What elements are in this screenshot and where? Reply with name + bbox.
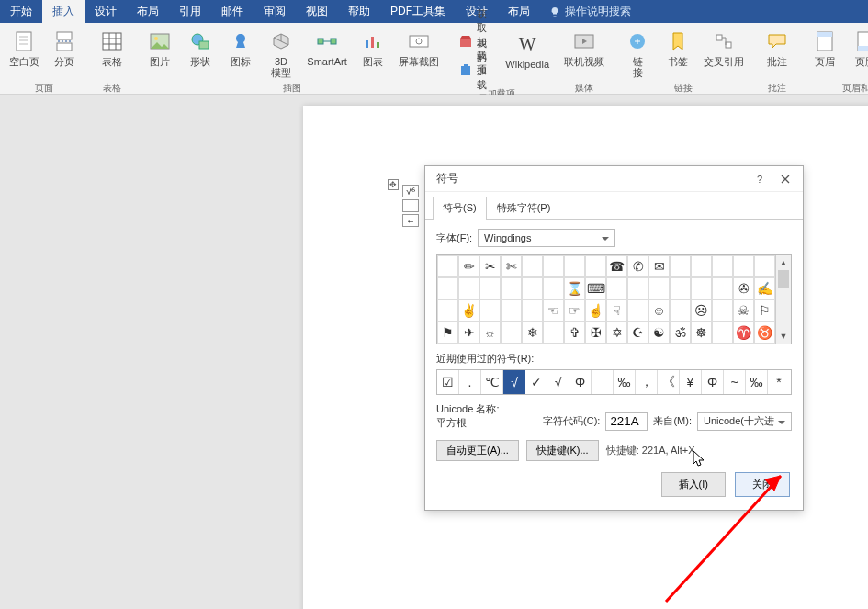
- symbol-cell[interactable]: ☟: [606, 299, 627, 321]
- recent-symbol-cell[interactable]: [592, 370, 614, 394]
- symbol-cell[interactable]: [691, 255, 712, 277]
- symbol-cell[interactable]: [733, 255, 754, 277]
- symbol-cell[interactable]: [437, 277, 458, 299]
- shortcut-key-button[interactable]: 快捷键(K)...: [526, 440, 599, 461]
- symbol-cell[interactable]: [479, 299, 501, 321]
- recent-symbol-cell[interactable]: ℃: [481, 370, 503, 394]
- symbol-cell[interactable]: [437, 255, 458, 277]
- table-cell[interactable]: √⁶: [402, 185, 419, 197]
- symbol-cell[interactable]: [458, 277, 479, 299]
- symbol-cell[interactable]: [543, 255, 564, 277]
- symbol-cell[interactable]: [712, 255, 733, 277]
- font-select[interactable]: Wingdings: [478, 229, 615, 247]
- symbol-cell[interactable]: [670, 255, 691, 277]
- symbol-cell[interactable]: ⚐: [754, 299, 775, 321]
- document-table[interactable]: √⁶ ←: [400, 183, 421, 229]
- symbol-cell[interactable]: ☞: [564, 299, 585, 321]
- symbol-cell[interactable]: [543, 277, 564, 299]
- table-button[interactable]: 表格: [94, 27, 130, 80]
- tab-table-layout[interactable]: 布局: [498, 0, 540, 23]
- scroll-thumb[interactable]: [778, 270, 789, 288]
- symbol-cell[interactable]: [712, 299, 733, 321]
- symbol-cell[interactable]: ☯: [648, 321, 670, 344]
- symbol-cell[interactable]: [691, 277, 712, 299]
- recent-symbol-cell[interactable]: ✓: [525, 370, 547, 394]
- tab-help[interactable]: 帮助: [338, 0, 380, 23]
- symbol-cell[interactable]: [627, 277, 648, 299]
- crossref-button[interactable]: 交叉引用: [700, 27, 748, 80]
- symbol-cell[interactable]: ☜: [543, 299, 564, 321]
- table-move-handle[interactable]: ✥: [388, 179, 399, 190]
- tab-insert[interactable]: 插入: [42, 0, 85, 23]
- symbol-cell[interactable]: ✂: [479, 255, 501, 277]
- symbol-cell[interactable]: ☠: [733, 299, 754, 321]
- recent-symbol-cell[interactable]: Φ: [569, 370, 592, 394]
- recent-symbol-cell[interactable]: ，: [636, 370, 658, 394]
- symbol-cell[interactable]: [543, 321, 564, 344]
- symbol-cell[interactable]: ✇: [733, 277, 754, 299]
- symbol-cell[interactable]: ✄: [501, 255, 522, 277]
- symbol-cell[interactable]: [522, 255, 543, 277]
- from-select[interactable]: Unicode(十六进: [697, 412, 792, 431]
- chart-button[interactable]: 图表: [355, 27, 391, 80]
- symbol-cell[interactable]: ☹: [691, 299, 712, 321]
- recent-symbol-cell[interactable]: √: [503, 370, 525, 394]
- symbol-cell[interactable]: [522, 277, 543, 299]
- tab-mail[interactable]: 邮件: [211, 0, 254, 23]
- tab-symbols[interactable]: 符号(S): [433, 197, 487, 220]
- tell-me-search[interactable]: 操作说明搜索: [540, 0, 640, 23]
- symbol-cell[interactable]: [712, 277, 733, 299]
- recent-symbol-cell[interactable]: ‰: [614, 370, 636, 394]
- comment-button[interactable]: 批注: [759, 27, 795, 80]
- symbol-scrollbar[interactable]: ▲ ▼: [775, 255, 791, 344]
- recent-symbol-cell[interactable]: ~: [724, 370, 746, 394]
- shapes-button[interactable]: 形状: [182, 27, 219, 80]
- symbol-cell[interactable]: [670, 277, 691, 299]
- symbol-cell[interactable]: ☝: [585, 299, 606, 321]
- recent-symbol-cell[interactable]: ‰: [746, 370, 768, 394]
- table-cell[interactable]: [402, 199, 419, 212]
- autocorrect-button[interactable]: 自动更正(A)...: [436, 440, 519, 461]
- symbol-cell[interactable]: [522, 299, 543, 321]
- symbol-cell[interactable]: ✆: [627, 255, 648, 277]
- symbol-cell[interactable]: [585, 255, 606, 277]
- symbol-cell[interactable]: [670, 299, 691, 321]
- symbol-cell[interactable]: [437, 299, 458, 321]
- recent-symbol-cell[interactable]: √: [547, 370, 569, 394]
- tab-special-chars[interactable]: 特殊字符(P): [487, 197, 561, 220]
- my-addins-button[interactable]: 我的加载项: [454, 56, 502, 85]
- symbol-cell[interactable]: ✌: [458, 299, 479, 321]
- dialog-titlebar[interactable]: 符号 ?: [425, 166, 803, 192]
- recent-symbol-cell[interactable]: ¥: [680, 370, 702, 394]
- symbol-cell[interactable]: [627, 299, 648, 321]
- symbol-cell[interactable]: ⌨: [585, 277, 606, 299]
- header-button[interactable]: 页眉: [806, 27, 843, 80]
- wikipedia-button[interactable]: W Wikipedia: [505, 29, 549, 83]
- link-button[interactable]: 链 接: [619, 27, 656, 80]
- blank-page-button[interactable]: 空白页: [6, 27, 42, 80]
- tab-design[interactable]: 设计: [85, 0, 127, 23]
- tab-view[interactable]: 视图: [296, 0, 338, 23]
- symbol-cell[interactable]: [712, 321, 733, 344]
- symbol-cell[interactable]: ❄: [522, 321, 543, 344]
- symbol-cell[interactable]: [501, 299, 522, 321]
- icons-button[interactable]: 图标: [222, 27, 259, 80]
- dialog-help-button[interactable]: ?: [748, 169, 772, 189]
- tab-home[interactable]: 开始: [0, 0, 42, 23]
- symbol-cell[interactable]: ✈: [458, 321, 479, 344]
- 3d-model-button[interactable]: 3D 模型: [263, 27, 299, 80]
- symbol-cell[interactable]: ☸: [691, 321, 712, 344]
- bookmark-button[interactable]: 书签: [659, 27, 696, 80]
- symbol-cell[interactable]: ⚑: [437, 321, 458, 344]
- symbol-cell[interactable]: [479, 277, 501, 299]
- symbol-cell[interactable]: ✞: [564, 321, 585, 344]
- table-cell[interactable]: ←: [402, 214, 419, 227]
- symbol-cell[interactable]: ✠: [585, 321, 606, 344]
- picture-button[interactable]: 图片: [141, 27, 178, 80]
- symbol-cell[interactable]: ☼: [479, 321, 501, 344]
- scroll-down-icon[interactable]: ▼: [776, 329, 791, 344]
- page-break-button[interactable]: 分页: [46, 27, 83, 80]
- symbol-cell[interactable]: [754, 255, 775, 277]
- symbol-cell[interactable]: ☎: [606, 255, 627, 277]
- symbol-cell[interactable]: ☺: [648, 299, 670, 321]
